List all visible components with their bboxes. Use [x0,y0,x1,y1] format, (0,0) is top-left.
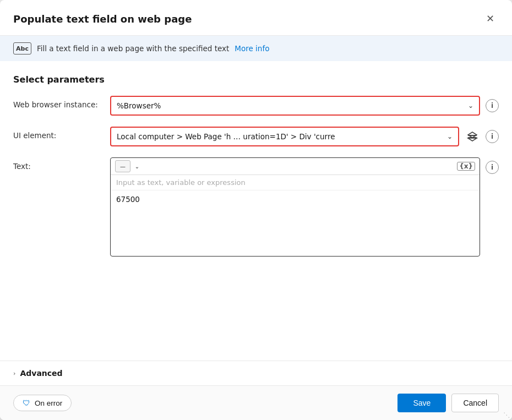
close-button[interactable]: ✕ [481,10,499,28]
on-error-label: On error [35,399,62,407]
section-title: Select parameters [13,74,499,85]
browser-dropdown[interactable]: %Browser% ⌄ [110,96,480,116]
toolbar-chevron-button[interactable]: ⌄ [132,160,143,172]
expression-icon[interactable]: {x} [457,162,475,171]
text-placeholder: Input as text, variable or expression [111,175,480,190]
footer-right: Save Cancel [397,394,499,412]
browser-info-icon[interactable]: i [486,99,499,112]
dialog: Populate text field on web page ✕ Abc Fi… [0,0,512,420]
resize-handle[interactable]: ⋱ [503,411,510,419]
advanced-chevron-icon: › [13,370,15,377]
svg-marker-3 [468,138,477,141]
save-button[interactable]: Save [397,394,446,412]
text-control: — ⌄ {x} Input as text, variable or expre… [110,157,499,257]
ui-element-chevron-icon: ⌄ [447,133,453,140]
browser-label: Web browser instance: [13,96,101,109]
advanced-section[interactable]: › Advanced [0,361,512,385]
ui-element-dropdown[interactable]: Local computer > Web Page 'h … uration=1… [110,127,459,146]
ui-element-value: Local computer > Web Page 'h … uration=1… [117,132,444,141]
ui-element-control: Local computer > Web Page 'h … uration=1… [110,127,499,146]
info-banner: Abc Fill a text field in a web page with… [0,36,512,61]
text-row: Text: — ⌄ {x} Input as text, varia [13,157,499,257]
text-label: Text: [13,157,101,171]
abc-icon: Abc [13,42,31,54]
ui-element-label: UI element: [13,127,101,140]
more-info-link[interactable]: More info [235,44,269,53]
dialog-title: Populate text field on web page [13,13,192,25]
toolbar-dash-button[interactable]: — [115,160,130,172]
browser-control: %Browser% ⌄ i [110,96,499,116]
ui-element-info-icon[interactable]: i [486,130,499,143]
on-error-button[interactable]: 🛡 On error [13,395,72,411]
dialog-header: Populate text field on web page ✕ [0,0,512,36]
advanced-label: Advanced [20,369,62,378]
browser-row: Web browser instance: %Browser% ⌄ i [13,96,499,116]
text-content[interactable]: 67500 [111,190,480,256]
dialog-body: Select parameters Web browser instance: … [0,61,512,361]
text-area-toolbar: — ⌄ {x} [111,158,480,175]
banner-text: Fill a text field in a web page with the… [37,44,229,53]
toolbar-chevron-icon: ⌄ [135,163,139,170]
browser-value: %Browser% [117,101,161,110]
dialog-footer: 🛡 On error Save Cancel [0,385,512,420]
ui-element-row: UI element: Local computer > Web Page 'h… [13,127,499,146]
shield-icon: 🛡 [23,399,30,407]
browser-chevron-icon: ⌄ [468,102,473,110]
cancel-button[interactable]: Cancel [451,394,499,412]
toolbar-dash-icon: — [120,163,126,170]
text-info-icon[interactable]: i [486,161,499,174]
text-area-wrapper: — ⌄ {x} Input as text, variable or expre… [110,157,480,257]
layers-icon[interactable] [465,129,480,144]
